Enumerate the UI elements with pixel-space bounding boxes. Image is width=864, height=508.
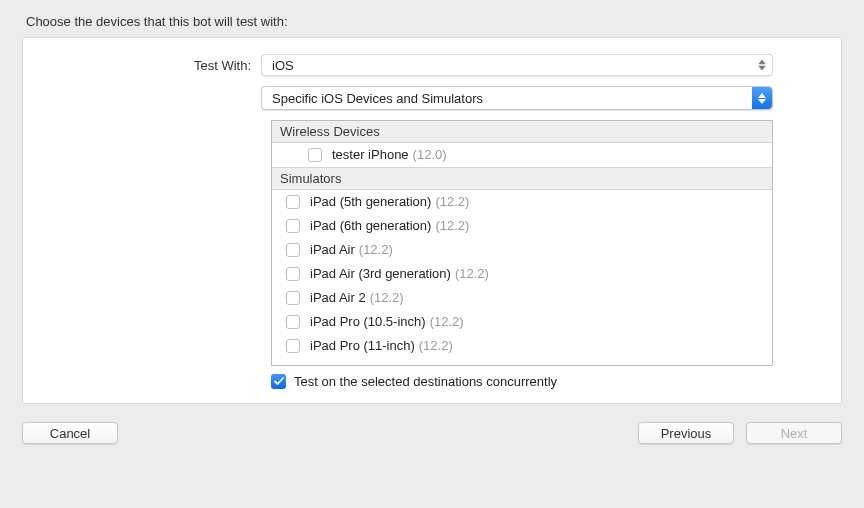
- device-checkbox[interactable]: [286, 219, 300, 233]
- device-name: tester iPhone: [332, 145, 409, 165]
- device-row[interactable]: iPad (5th generation) (12.2): [272, 190, 772, 214]
- next-button: Next: [746, 422, 842, 444]
- popup-arrows-icon: [752, 87, 772, 109]
- device-row[interactable]: iPad Air 2 (12.2): [272, 286, 772, 310]
- scope-value: Specific iOS Devices and Simulators: [272, 91, 483, 106]
- device-name: iPad Air (3rd generation): [310, 264, 451, 284]
- device-version: (12.2): [419, 336, 453, 356]
- device-version: (12.2): [430, 312, 464, 332]
- device-version: (12.2): [435, 192, 469, 212]
- device-name: iPad (6th generation): [310, 216, 431, 236]
- device-name: iPad Pro (11-inch): [310, 336, 415, 356]
- device-name: iPad (5th generation): [310, 192, 431, 212]
- group-header-wireless: Wireless Devices: [272, 121, 772, 143]
- device-row[interactable]: iPad (6th generation) (12.2): [272, 214, 772, 238]
- device-row[interactable]: iPad Air (3rd generation) (12.2): [272, 262, 772, 286]
- test-with-label: Test With:: [57, 58, 261, 73]
- device-checkbox[interactable]: [286, 291, 300, 305]
- test-with-select[interactable]: iOS: [261, 54, 773, 76]
- device-name: iPad Air: [310, 240, 355, 260]
- device-version: (12.2): [435, 216, 469, 236]
- device-version: (12.2): [370, 288, 404, 308]
- device-checkbox[interactable]: [286, 315, 300, 329]
- device-checkbox[interactable]: [286, 339, 300, 353]
- device-checkbox[interactable]: [286, 195, 300, 209]
- device-list[interactable]: Wireless Devices tester iPhone (12.0) Si…: [271, 120, 773, 366]
- device-row[interactable]: iPad Pro (10.5-inch) (12.2): [272, 310, 772, 334]
- device-checkbox[interactable]: [286, 243, 300, 257]
- device-name: iPad Pro (10.5-inch): [310, 312, 426, 332]
- device-version: (12.2): [359, 240, 393, 260]
- device-version: (12.2): [455, 264, 489, 284]
- concurrent-checkbox[interactable]: [271, 374, 286, 389]
- stepper-icon: [758, 60, 766, 71]
- config-panel: Test With: iOS Specific iOS Devices and …: [22, 37, 842, 404]
- concurrent-label: Test on the selected destinations concur…: [294, 374, 557, 389]
- prompt-text: Choose the devices that this bot will te…: [26, 14, 842, 29]
- device-checkbox[interactable]: [286, 267, 300, 281]
- device-row[interactable]: tester iPhone (12.0): [272, 143, 772, 167]
- scope-select[interactable]: Specific iOS Devices and Simulators: [261, 86, 773, 110]
- device-name: iPad Air 2: [310, 288, 366, 308]
- checkmark-icon: [274, 377, 284, 386]
- device-version: (12.0): [413, 145, 447, 165]
- cancel-button[interactable]: Cancel: [22, 422, 118, 444]
- previous-button[interactable]: Previous: [638, 422, 734, 444]
- group-header-simulators: Simulators: [272, 167, 772, 190]
- device-checkbox[interactable]: [308, 148, 322, 162]
- device-row[interactable]: iPad Air (12.2): [272, 238, 772, 262]
- test-with-value: iOS: [272, 58, 294, 73]
- device-row[interactable]: iPad Pro (11-inch) (12.2): [272, 334, 772, 358]
